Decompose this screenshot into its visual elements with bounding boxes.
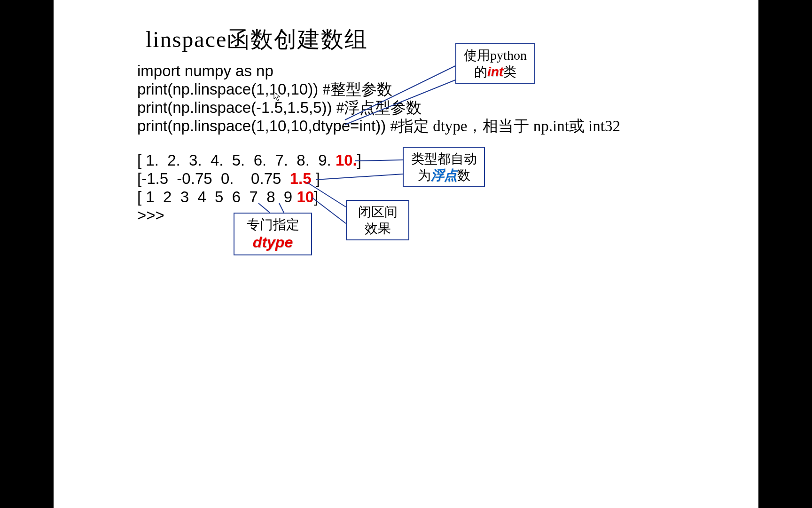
out-3a: [ 1 2 3 4 5 6 7 8 9 (137, 188, 297, 206)
callout-dtype-hl: dtype (253, 234, 293, 251)
out-1a: [ 1. 2. 3. 4. 5. 6. 7. 8. 9. (137, 151, 336, 169)
out-1c: ] (357, 151, 361, 169)
callout-dtype-l1: 专门指定 (239, 216, 306, 233)
slide: linspace函数创建数组 import numpy as np print(… (54, 0, 758, 508)
svg-line-2 (355, 160, 403, 161)
code-block: import numpy as np print(np.linspace(1,1… (137, 62, 620, 135)
code-line-2a: print(np.linspace(1,10,10)) (137, 80, 322, 98)
code-comment-2: #整型参数 (322, 81, 392, 98)
slide-title: linspace函数创建数组 (146, 24, 368, 55)
callout-dtype: 专门指定 dtype (234, 213, 312, 255)
callout-closed: 闭区间 效果 (346, 200, 409, 240)
callout-float-l2: 为浮点数 (408, 167, 479, 183)
code-comment-3: #浮点型参数 (336, 99, 422, 116)
callout-float: 类型都自动 为浮点数 (403, 147, 485, 187)
callout-int-line1: 使用python (461, 47, 530, 64)
out-2-hl: 1.5 (290, 170, 312, 187)
callout-closed-l1: 闭区间 (351, 204, 404, 220)
callout-int-line2: 的int类 (461, 64, 530, 80)
out-3c: ] (314, 188, 318, 206)
callout-int-hl: int (487, 64, 503, 79)
code-line-3a: print(np.linspace(-1.5,1.5,5)) (137, 99, 336, 116)
out-2a: [-1.5 -0.75 0. 0.75 (137, 170, 290, 187)
callout-float-l1: 类型都自动 (408, 151, 479, 167)
callout-int: 使用python 的int类 (455, 43, 535, 84)
code-line-1: import numpy as np (137, 62, 273, 79)
mouse-cursor-icon (273, 92, 281, 102)
code-comment-4: #指定 dtype，相当于 np.int或 int32 (390, 118, 620, 135)
callout-float-hl: 浮点 (431, 168, 457, 183)
out-1-hl: 10. (336, 151, 357, 169)
callout-closed-l2: 效果 (351, 220, 404, 237)
code-line-4a: print(np.linspace(1,10,10,dtype=int)) (137, 117, 390, 135)
out-3-hl: 10 (297, 188, 314, 206)
out-2c: ] (312, 170, 320, 187)
out-prompt: >>> (137, 206, 164, 224)
